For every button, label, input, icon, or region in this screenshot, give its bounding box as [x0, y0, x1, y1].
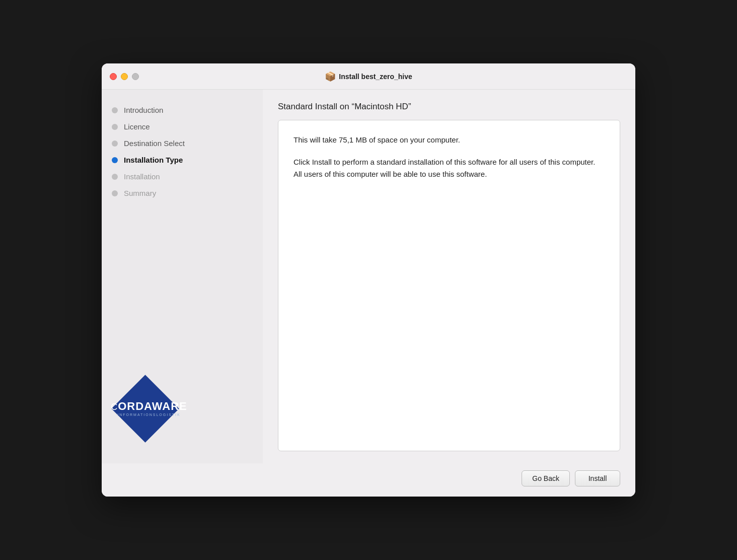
minimize-button[interactable] [121, 73, 128, 80]
sidebar-label-installation: Installation [124, 172, 160, 181]
sidebar-dot-destination-select [112, 141, 118, 147]
logo-sub-text: INFORMATIONSLOGISTIK [117, 413, 180, 416]
sidebar-label-destination-select: Destination Select [124, 139, 185, 148]
sidebar-label-introduction: Introduction [124, 106, 163, 114]
sidebar-item-installation[interactable]: Installation [112, 168, 253, 185]
main-content: Introduction Licence Destination Select … [102, 90, 635, 463]
sidebar-dot-summary [112, 190, 118, 196]
sidebar-item-licence[interactable]: Licence [112, 118, 253, 135]
logo-text-wrapper: CORDAWARE INFORMATIONSLOGISTIK [114, 376, 184, 441]
footer: Go Back Install [102, 463, 635, 497]
content-text-body: Click Install to perform a standard inst… [293, 156, 605, 180]
package-icon: 📦 [325, 71, 336, 82]
maximize-button[interactable] [132, 73, 139, 80]
sidebar-dot-licence [112, 124, 118, 130]
sidebar-dot-introduction [112, 107, 118, 113]
content-text-space: This will take 75,1 MB of space on your … [293, 134, 605, 146]
close-button[interactable] [110, 73, 117, 80]
sidebar-item-introduction[interactable]: Introduction [112, 102, 253, 118]
logo-wrapper: CORDAWARE INFORMATIONSLOGISTIK [114, 376, 184, 441]
sidebar-dot-installation [112, 174, 118, 180]
sidebar-dot-installation-type [112, 157, 118, 163]
logo-main-text: CORDAWARE [111, 401, 187, 412]
traffic-lights [110, 73, 139, 80]
sidebar-item-summary[interactable]: Summary [112, 185, 253, 201]
sidebar-label-summary: Summary [124, 189, 156, 197]
sidebar: Introduction Licence Destination Select … [102, 90, 263, 463]
titlebar: 📦 Install best_zero_hive [102, 63, 635, 90]
title-text: Install best_zero_hive [339, 73, 412, 81]
content-box: This will take 75,1 MB of space on your … [278, 120, 620, 451]
sidebar-label-licence: Licence [124, 122, 150, 131]
installer-window: 📦 Install best_zero_hive Introduction Li… [102, 63, 635, 497]
install-button[interactable]: Install [575, 470, 620, 486]
sidebar-item-destination-select[interactable]: Destination Select [112, 135, 253, 152]
main-panel: Standard Install on “Macintosh HD” This … [263, 90, 635, 463]
cordaware-logo-area: CORDAWARE INFORMATIONSLOGISTIK [102, 361, 263, 451]
go-back-button[interactable]: Go Back [522, 470, 570, 486]
sidebar-items: Introduction Licence Destination Select … [102, 102, 263, 361]
sidebar-item-installation-type[interactable]: Installation Type [112, 152, 253, 168]
section-title: Standard Install on “Macintosh HD” [278, 102, 620, 112]
sidebar-label-installation-type: Installation Type [124, 156, 183, 164]
window-title: 📦 Install best_zero_hive [325, 71, 412, 82]
